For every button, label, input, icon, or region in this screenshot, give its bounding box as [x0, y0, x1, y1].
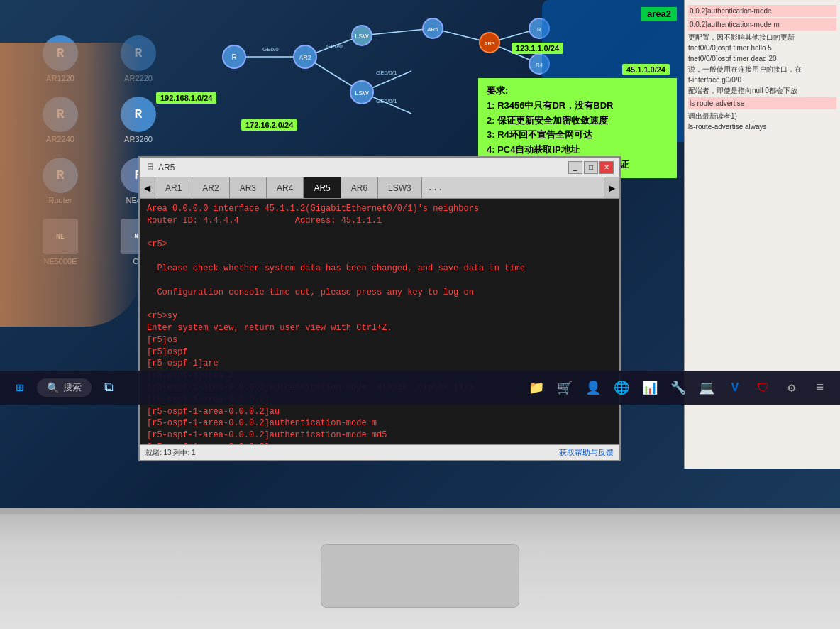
tab-lsw3[interactable]: LSW3: [378, 177, 422, 198]
desktop-background: area2 192.168.1.0/24 172.16.2.0/24 123.1…: [0, 0, 840, 511]
svg-text:R: R: [231, 53, 236, 61]
req-item-1: 2: 保证更新安全加密收敛速度: [487, 114, 668, 128]
term-line-10: Enter system view, return user view with…: [147, 322, 612, 334]
rp-line-4: tnet0/0/0]ospf timer dead 20: [688, 55, 777, 62]
rp-line-6: t-interface g0/0/0: [688, 76, 741, 84]
terminal-content[interactable]: Area 0.0.0.0 interface 45.1.1.2(GigabitE…: [140, 199, 619, 444]
term-line-5: Please check whether system data has bee…: [147, 263, 612, 275]
close-button[interactable]: ✕: [599, 161, 614, 174]
svg-text:AR2: AR2: [299, 54, 311, 61]
rp-line-2: 更配置，因不影响其他接口的更新: [688, 33, 795, 41]
term-line-2: [147, 227, 612, 239]
search-icon: 🔍: [47, 382, 59, 394]
tab-ar4[interactable]: AR4: [267, 177, 304, 198]
search-text: 搜索: [63, 381, 82, 394]
svg-text:AR5: AR5: [427, 26, 438, 33]
terminal-window: 🖥 AR5 _ □ ✕ ◀ AR1 AR2 AR3 AR4 AR5 AR6 LS…: [138, 156, 621, 461]
task-view-button[interactable]: ⧉: [96, 375, 121, 400]
taskbar-user[interactable]: 👤: [580, 375, 606, 400]
taskbar-folder[interactable]: 📁: [524, 375, 549, 400]
term-line-4: [147, 251, 612, 263]
rp-line-3: tnet0/0/0]ospf timer hello 5: [688, 44, 772, 52]
svg-text:GE0/0: GE0/0: [262, 46, 279, 53]
svg-text:GE0/0: GE0/0: [326, 43, 343, 50]
terminal-title: AR5: [158, 163, 565, 173]
hand-overlay: [0, 43, 142, 327]
tab-ar2[interactable]: AR2: [192, 177, 229, 198]
term-line-7: Configuration console time out, please p…: [147, 287, 612, 299]
ip-label-2: 172.16.2.0/24: [241, 119, 297, 131]
svg-text:GE0/0/1: GE0/0/1: [376, 70, 397, 76]
search-bar[interactable]: 🔍 搜索: [37, 378, 92, 397]
term-line-19: [r5-ospf-1-area-0.0.0.2]authentication-m…: [147, 430, 612, 442]
tab-next-button[interactable]: ▶: [604, 177, 619, 198]
status-right[interactable]: 获取帮助与反馈: [559, 447, 614, 458]
taskbar-vscode[interactable]: 💻: [694, 375, 719, 400]
svg-line-5: [362, 28, 433, 35]
ip-label-4: 45.1.1.0/24: [622, 64, 670, 75]
svg-text:AR3: AR3: [484, 40, 495, 47]
status-left: 就绪: 13 列中: 1: [145, 448, 196, 458]
ip-label-3: 123.1.1.0/24: [512, 43, 563, 54]
terminal-icon: 🖥: [145, 162, 155, 173]
svg-text:GE0/0/1: GE0/0/1: [376, 98, 397, 104]
taskbar-edge[interactable]: 🌐: [609, 375, 634, 400]
right-panel-text: 0.0.2]authentication-mode 0.0.2]authenti…: [688, 5, 836, 132]
taskbar-chart[interactable]: 📊: [637, 375, 663, 400]
term-line-0: Area 0.0.0.0 interface 45.1.1.2(GigabitE…: [147, 203, 612, 215]
screen: area2 192.168.1.0/24 172.16.2.0/24 123.1…: [0, 0, 840, 511]
term-line-6: [147, 275, 612, 287]
term-line-1: Router ID: 4.4.4.4 Address: 45.1.1.1: [147, 215, 612, 227]
laptop-touchpad[interactable]: [321, 544, 519, 608]
term-line-3: <r5>: [147, 239, 612, 251]
tab-more[interactable]: ...: [422, 177, 449, 198]
area2-label: area2: [641, 7, 677, 21]
term-line-11: [r5]os: [147, 334, 612, 346]
tab-ar6[interactable]: AR6: [341, 177, 378, 198]
svg-text:R: R: [537, 26, 541, 33]
tab-ar1[interactable]: AR1: [155, 177, 192, 198]
tab-ar5[interactable]: AR5: [304, 177, 341, 198]
taskbar-left: ⊞ 🔍 搜索 ⧉: [7, 375, 121, 400]
tab-ar3[interactable]: AR3: [230, 177, 267, 198]
tab-bar: ◀ AR1 AR2 AR3 AR4 AR5 AR6 LSW3 ... ▶: [140, 177, 619, 199]
rp-line-1: 0.0.2]authentication-mode m: [688, 18, 836, 31]
taskbar-settings[interactable]: ⚙: [779, 375, 805, 400]
window-controls: _ □ ✕: [568, 161, 614, 174]
rp-line-8: ls-route-advertise: [688, 97, 836, 109]
req-item-2: 3: R4环回不宣告全网可达: [487, 128, 668, 143]
maximize-button[interactable]: □: [584, 161, 598, 174]
svg-text:LSW: LSW: [355, 89, 369, 97]
rp-line-10: ls-route-advertise always: [688, 123, 767, 131]
req-item-3: 4: PC4自动获取IP地址: [487, 143, 668, 158]
laptop-base: [0, 508, 840, 629]
term-line-12: [r5]ospf: [147, 346, 612, 359]
rp-line-7: 配端者，即使是指向null 0都会下放: [688, 87, 797, 94]
ip-label-1: 192.168.1.0/24: [156, 92, 216, 104]
terminal-status-bar: 就绪: 13 列中: 1 获取帮助与反馈: [140, 444, 619, 460]
taskbar-v[interactable]: V: [722, 375, 748, 400]
minimize-button[interactable]: _: [568, 161, 582, 174]
rp-line-9: 调出最新读者1): [688, 112, 737, 120]
taskbar-antivirus[interactable]: 🛡: [751, 375, 776, 400]
requirements-title: 要求:: [487, 84, 668, 99]
tab-prev-button[interactable]: ◀: [140, 177, 155, 198]
laptop-hinge: [0, 508, 840, 514]
taskbar-store[interactable]: 🛒: [552, 375, 578, 400]
term-line-13: [r5-ospf-1]are: [147, 358, 612, 370]
terminal-titlebar: 🖥 AR5 _ □ ✕: [140, 158, 619, 177]
term-line-18: [r5-ospf-1-area-0.0.0.2]authentication-m…: [147, 417, 612, 430]
taskbar-ensp[interactable]: 🔧: [665, 375, 691, 400]
taskbar-list[interactable]: ≡: [807, 375, 833, 400]
rp-line-0: 0.0.2]authentication-mode: [688, 5, 836, 17]
req-item-0: 1: R3456中只有DR，没有BDR: [487, 99, 668, 114]
term-line-8: [147, 298, 612, 310]
svg-text:LSW: LSW: [355, 33, 369, 40]
taskbar: ⊞ 🔍 搜索 ⧉ 📁 🛒 👤 🌐 📊 🔧 💻 V 🛡 ⚙ ≡: [0, 371, 840, 405]
rp-line-5: 说，一般使用在连接用户的接口，在: [688, 65, 802, 73]
term-line-9: <r5>sy: [147, 310, 612, 322]
taskbar-right: 📁 🛒 👤 🌐 📊 🔧 💻 V 🛡 ⚙ ≡: [524, 375, 833, 400]
start-button[interactable]: ⊞: [7, 375, 33, 400]
term-line-17: [r5-ospf-1-area-0.0.0.2]au: [147, 406, 612, 418]
